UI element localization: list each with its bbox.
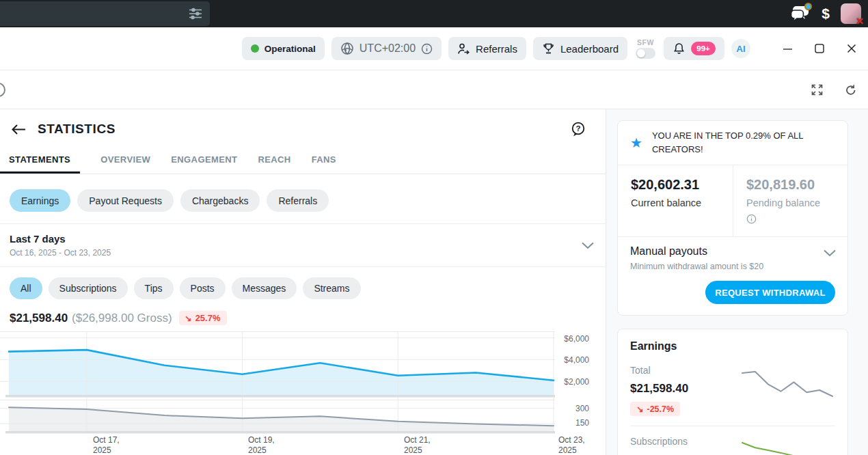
sfw-toggle[interactable]: SFW (636, 38, 655, 59)
y-axis-label: $6,000 (548, 334, 589, 344)
top-creator-banner: ★ YOU ARE IN THE TOP 0.29% OF ALL CREATO… (618, 121, 847, 165)
trend-down-icon: ↘ (185, 314, 192, 323)
tab-fans[interactable]: FANS (312, 148, 336, 174)
report-tab-earnings[interactable]: Earnings (10, 189, 70, 212)
net-amount: $21,598.40 (10, 312, 68, 325)
sidebar: ★ YOU ARE IN THE TOP 0.29% OF ALL CREATO… (606, 109, 868, 455)
report-tab-chargebacks[interactable]: Chargebacks (180, 189, 260, 212)
minimize-button[interactable] (782, 43, 793, 54)
filter-all[interactable]: All (10, 277, 42, 299)
back-button[interactable] (11, 124, 27, 135)
maximize-button[interactable] (814, 43, 825, 54)
x-axis-label: Oct 21,2025 (404, 435, 431, 455)
earnings-chart-area: $6,000 $4,000 $2,000 300 150 Oct 17,2025… (0, 331, 606, 455)
total-sparkline (740, 369, 835, 399)
status-label: Operational (265, 44, 316, 54)
status-dot-icon (251, 44, 259, 53)
current-balance-label: Current balance (631, 197, 733, 208)
request-withdrawal-button[interactable]: REQUEST WITHDRAWAL (705, 281, 835, 304)
change-badge: ↘ 25.7% (179, 311, 227, 325)
current-balance-amount: $20,602.31 (631, 177, 733, 193)
current-balance: $20,602.31 Current balance (618, 165, 733, 236)
pending-info-icon[interactable] (746, 214, 757, 224)
pending-balance: $20,819.60 Pending balance (733, 165, 847, 236)
total-amount: $21,598.40 (630, 382, 740, 396)
manual-payouts-section: Manual payouts Minimum withdrawal amount… (618, 237, 847, 315)
chevron-down-icon (581, 242, 595, 249)
filter-streams[interactable]: Streams (303, 277, 360, 299)
star-icon: ★ (630, 135, 642, 151)
search-input[interactable] (0, 1, 210, 26)
offline-badge-icon: ✕ (856, 16, 864, 27)
referrals-label: Referrals (476, 43, 517, 55)
notifications-button[interactable]: 99+ (664, 37, 724, 60)
balance-card: ★ YOU ARE IN THE TOP 0.29% OF ALL CREATO… (617, 120, 848, 316)
tab-overview[interactable]: OVERVIEW (100, 148, 150, 174)
window-title-bar: $ ✕ (0, 0, 868, 27)
sfw-toggle-track[interactable] (636, 48, 655, 59)
pending-balance-label: Pending balance (746, 197, 847, 208)
window-controls (782, 43, 857, 54)
y-axis-label: $2,000 (548, 377, 589, 387)
fullscreen-button[interactable] (811, 84, 823, 96)
page-title: STATISTICS (38, 122, 116, 137)
statistics-page: STATISTICS ? STATEMENTS OVERVIEW ENGAGEM… (0, 109, 606, 455)
payouts-chevron-down-icon[interactable] (823, 249, 837, 257)
close-button[interactable] (846, 43, 857, 54)
timezone-pill[interactable]: UTC+02:00 (331, 37, 442, 60)
refresh-button[interactable] (845, 84, 857, 96)
pending-balance-amount: $20,819.60 (746, 177, 847, 193)
earnings-chart[interactable] (0, 331, 606, 455)
ai-extension-button[interactable]: AI (731, 39, 750, 58)
y-axis-label: 300 (548, 404, 589, 413)
filter-posts[interactable]: Posts (180, 277, 226, 299)
info-icon[interactable] (421, 43, 433, 55)
x-axis-label: Oct 19,2025 (248, 435, 275, 455)
sfw-toggle-knob (637, 49, 645, 57)
svg-text:?: ? (575, 124, 580, 133)
period-label: Last 7 days (10, 233, 581, 245)
report-tab-referrals[interactable]: Referrals (267, 189, 329, 212)
tab-statements[interactable]: STATEMENTS (0, 148, 80, 174)
help-button[interactable]: ? (570, 121, 586, 137)
x-axis-label: Oct 17,2025 (93, 435, 120, 455)
report-type-tabs: Earnings Payout Requests Chargebacks Ref… (0, 174, 606, 224)
earnings-breakdown-card: Earnings Total $21,598.40 ↘ -25.7% Subsc… (617, 329, 848, 455)
manual-payouts-subtitle: Minimum withdrawal amount is $20 (630, 262, 835, 271)
leaderboard-button[interactable]: Leaderboard (533, 37, 627, 60)
avatar[interactable]: ✕ (841, 3, 861, 24)
referrals-button[interactable]: Referrals (448, 37, 526, 60)
total-change-value: -25.7% (647, 404, 674, 414)
total-change-badge: ↘ -25.7% (630, 402, 680, 416)
y-axis-label: $4,000 (548, 355, 589, 365)
manual-payouts-title: Manual payouts (630, 245, 835, 258)
tab-engagement[interactable]: ENGAGEMENT (171, 148, 237, 174)
main-area: STATISTICS ? STATEMENTS OVERVIEW ENGAGEM… (0, 109, 868, 455)
ai-label: AI (736, 44, 746, 54)
sfw-label: SFW (637, 38, 654, 46)
period-selector[interactable]: Last 7 days Oct 16, 2025 - Oct 23, 2025 (0, 224, 606, 267)
subscriptions-label: Subscriptions (630, 436, 740, 447)
period-range: Oct 16, 2025 - Oct 23, 2025 (10, 248, 581, 258)
status-pill[interactable]: Operational (242, 37, 325, 60)
filter-messages[interactable]: Messages (232, 277, 297, 299)
unread-indicator (804, 3, 812, 10)
chat-button[interactable] (790, 5, 811, 23)
trend-down-icon: ↘ (636, 404, 643, 414)
app-toolbar: Operational UTC+02:00 Referrals (0, 27, 868, 70)
earnings-dollar-icon[interactable]: $ (822, 5, 830, 22)
report-tab-payout-requests[interactable]: Payout Requests (77, 189, 174, 212)
filter-sliders-icon[interactable] (188, 7, 203, 20)
tab-reach[interactable]: REACH (258, 148, 290, 174)
top-creator-text: YOU ARE IN THE TOP 0.29% OF ALL CREATORS… (652, 129, 835, 156)
clipped-profile-icon (0, 83, 5, 97)
filter-subscriptions[interactable]: Subscriptions (49, 277, 128, 299)
earnings-card-title: Earnings (630, 340, 835, 353)
change-value: 25.7% (195, 313, 221, 323)
referral-user-icon (457, 43, 470, 55)
trophy-icon (542, 42, 555, 55)
filter-tips[interactable]: Tips (134, 277, 174, 299)
earnings-summary: $21,598.40 ($26,998.00 Gross) ↘ 25.7% (0, 299, 606, 325)
notification-count-badge: 99+ (691, 42, 716, 55)
total-label: Total (630, 365, 740, 376)
